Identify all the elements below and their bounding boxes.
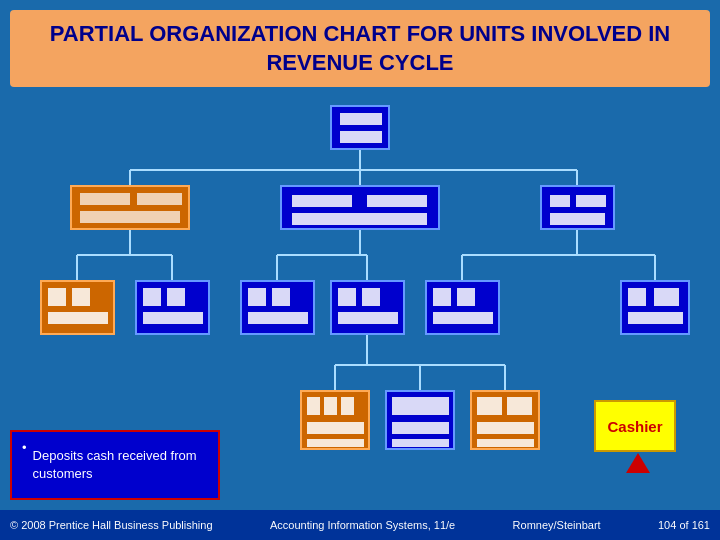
box-level3a	[300, 390, 370, 450]
box-level2d	[330, 280, 405, 335]
copyright-text: © 2008 Prentice Hall Business Publishing	[10, 519, 213, 531]
info-text: Deposits cash received from customers	[33, 447, 208, 483]
box-level2c	[240, 280, 315, 335]
box-level2f	[620, 280, 690, 335]
author-text: Romney/Steinbart	[513, 519, 601, 531]
book-title-text: Accounting Information Systems, 11/e	[270, 519, 455, 531]
cashier-label: Cashier	[607, 418, 662, 435]
box-level2e	[425, 280, 500, 335]
box-level1c	[540, 185, 615, 230]
info-box: • Deposits cash received from customers	[10, 430, 220, 500]
box-level3b	[385, 390, 455, 450]
box-level1b	[280, 185, 440, 230]
box-level2b	[135, 280, 210, 335]
page-title: PARTIAL ORGANIZATION CHART FOR UNITS INV…	[25, 20, 695, 77]
box-level1a	[70, 185, 190, 230]
box-level0	[330, 105, 390, 150]
header: PARTIAL ORGANIZATION CHART FOR UNITS INV…	[10, 10, 710, 87]
bullet-icon: •	[22, 440, 27, 455]
bottom-bar: © 2008 Prentice Hall Business Publishing…	[0, 510, 720, 540]
box-level3c	[470, 390, 540, 450]
page-number: 104 of 161	[658, 519, 710, 531]
cashier-box: Cashier	[594, 400, 676, 452]
arrow-up-icon	[626, 453, 650, 473]
box-level2a	[40, 280, 115, 335]
